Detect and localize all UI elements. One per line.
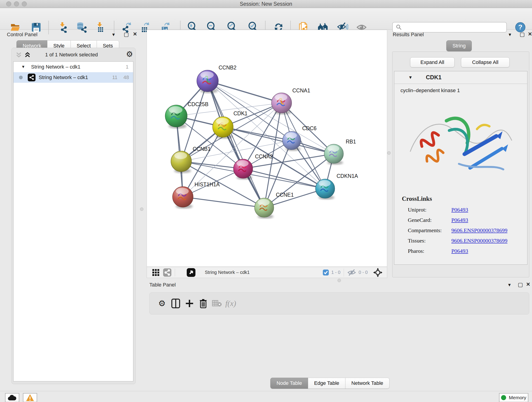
network-node-CDKN1A[interactable] xyxy=(316,179,335,200)
panel-float-icon[interactable]: ▾ xyxy=(112,32,115,38)
panel-close-icon[interactable]: ✕ xyxy=(133,31,137,37)
warning-status-button[interactable] xyxy=(23,393,37,402)
edge-HIST1H1A-CCNE1 xyxy=(183,197,264,208)
tab-edge-table[interactable]: Edge Table xyxy=(308,378,346,389)
network-name-label: String Network – cdk1 xyxy=(39,75,88,80)
network-view-canvas[interactable]: CCNB2CCNA1CDC25BCDK1CDC6RB1CCNB1CCNA2CDK… xyxy=(147,30,387,267)
panel-maximize-icon[interactable]: ▢ xyxy=(124,31,129,38)
panel-float-icon[interactable]: ▾ xyxy=(509,32,511,38)
function-builder-icon[interactable]: f(x) xyxy=(224,299,238,308)
network-status-dot xyxy=(19,76,23,79)
left-splitter-handle[interactable] xyxy=(140,207,143,211)
network-node-CDC25B[interactable] xyxy=(165,105,187,128)
protein-structure-image xyxy=(404,99,516,190)
tab-node-table[interactable]: Node Table xyxy=(270,378,308,389)
network-node-CCNB1[interactable] xyxy=(171,151,191,173)
expand-all-button[interactable]: Expand All xyxy=(410,57,455,67)
edge-CCNB2-CCNA1 xyxy=(208,81,282,103)
protein-name: CDK1 xyxy=(426,74,442,81)
crosslink-row: Tissues:9606.ENSP00000378699 xyxy=(408,238,522,244)
network-edges xyxy=(176,81,334,208)
node-label-CDC25B: CDC25B xyxy=(188,101,209,107)
window-title: Session: New Session xyxy=(0,1,532,7)
delete-column-trash-icon[interactable] xyxy=(196,299,210,308)
selected-checkbox-icon[interactable] xyxy=(323,269,329,276)
control-panel-title: Control Panel xyxy=(7,32,37,38)
crosslink-link[interactable]: P06493 xyxy=(451,217,468,223)
network-options-gear-icon[interactable]: ⚙ xyxy=(126,50,133,59)
string-network-graph: CCNB2CCNA1CDC25BCDK1CDC6RB1CCNB1CCNA2CDK… xyxy=(147,30,387,267)
crosslink-label: GeneCard: xyxy=(408,217,451,223)
warning-icon xyxy=(26,394,34,402)
table-toolbar: ⚙ f(x) xyxy=(149,293,529,314)
network-node-CDK1[interactable] xyxy=(213,117,233,139)
fit-selected-crosshair-icon[interactable] xyxy=(373,268,382,277)
network-icon-gray[interactable] xyxy=(163,268,172,277)
network-collection-label: String Network – cdk1 xyxy=(31,64,80,70)
node-label-CDK1: CDK1 xyxy=(234,110,247,116)
node-label-RB1: RB1 xyxy=(346,139,356,145)
crosslink-link[interactable]: 9606.ENSP00000378699 xyxy=(451,238,507,244)
expand-all-networks-icon[interactable] xyxy=(24,51,31,58)
control-panel: Control Panel ▾ ▢ ✕ NetworkStyleSelectSe… xyxy=(3,30,140,391)
network-selection-status: 1 of 1 Network selected xyxy=(30,52,113,58)
tab-string[interactable]: String xyxy=(446,40,472,51)
protein-card-header[interactable]: ▼ CDK1 xyxy=(394,71,527,84)
crosslink-row: GeneCard:P06493 xyxy=(408,217,522,223)
show-columns-icon[interactable] xyxy=(169,298,183,308)
results-panel-title: Results Panel xyxy=(393,32,424,38)
panel-float-icon[interactable]: ▾ xyxy=(508,282,511,288)
crosslink-link[interactable]: P06493 xyxy=(451,248,468,254)
collapse-triangle-icon[interactable]: ▼ xyxy=(408,75,413,80)
memory-status-dot xyxy=(501,395,506,400)
node-label-HIST1H1A: HIST1H1A xyxy=(195,182,220,187)
crosslink-link[interactable]: 9606.ENSP00000378699 xyxy=(451,227,507,234)
node-label-CDC6: CDC6 xyxy=(302,125,317,131)
crosslink-row: Uniprot:P06493 xyxy=(408,207,522,213)
panel-maximize-icon[interactable]: ▢ xyxy=(518,281,523,288)
crosslink-row: Compartments:9606.ENSP00000378699 xyxy=(408,227,522,234)
crosslink-label: Compartments: xyxy=(408,227,451,234)
panel-close-icon[interactable]: ✕ xyxy=(526,281,530,287)
crosslink-link[interactable]: P06493 xyxy=(451,207,468,213)
collapse-all-networks-icon[interactable] xyxy=(15,51,22,58)
create-column-icon[interactable] xyxy=(183,299,196,307)
table-options-gear-icon[interactable]: ⚙ xyxy=(155,299,169,308)
network-row-string-network-cdk1[interactable]: String Network – cdk1 11 48 xyxy=(13,72,133,83)
crosslink-label: Uniprot: xyxy=(408,207,451,213)
tab-network-table[interactable]: Network Table xyxy=(345,378,389,389)
collapse-all-button[interactable]: Collapse All xyxy=(461,57,510,67)
network-collection-row[interactable]: ▼ String Network – cdk1 1 xyxy=(13,62,133,72)
search-icon xyxy=(396,24,402,30)
results-panel: Results Panel ▾ ▢ ✕ String Expand All Co… xyxy=(390,30,532,278)
status-bar: Memory xyxy=(0,391,532,402)
edge-CCNB2-CCNE1 xyxy=(208,81,264,208)
memory-label: Memory xyxy=(509,395,526,400)
app-window: Session: New Session xyxy=(0,0,532,402)
collection-count: 1 xyxy=(126,64,128,70)
cloud-icon xyxy=(7,395,17,401)
panel-close-icon[interactable]: ✕ xyxy=(528,31,532,37)
hidden-eye-slash-icon[interactable] xyxy=(347,269,356,276)
search-input[interactable] xyxy=(404,24,506,30)
node-label-CCNB2: CCNB2 xyxy=(219,65,236,70)
node-label-CCNB1: CCNB1 xyxy=(193,146,210,152)
memory-button[interactable]: Memory xyxy=(499,393,528,402)
network-node-HIST1H1A[interactable] xyxy=(172,186,193,209)
cloud-status-button[interactable] xyxy=(5,393,19,402)
panel-maximize-icon[interactable]: ▢ xyxy=(520,31,525,38)
crosslinks-list: Uniprot:P06493GeneCard:P06493Compartment… xyxy=(408,207,522,258)
tree-expander-icon[interactable]: ▼ xyxy=(21,65,25,69)
grid-view-icon[interactable] xyxy=(152,269,160,276)
right-splitter-handle[interactable] xyxy=(387,151,391,155)
delete-table-icon[interactable] xyxy=(210,300,224,307)
network-node-CDC6[interactable] xyxy=(283,131,301,151)
current-network-name: String Network – cdk1 xyxy=(205,270,250,275)
network-node-CCNA1[interactable] xyxy=(272,93,292,114)
crosslink-label: Pharos: xyxy=(408,248,451,254)
network-node-CCNA2[interactable] xyxy=(234,159,253,180)
birds-eye-view-icon[interactable] xyxy=(186,268,196,277)
network-node-RB1[interactable] xyxy=(324,144,343,165)
network-node-CCNE1[interactable] xyxy=(254,198,274,219)
crosslinks-heading: CrossLinks xyxy=(402,195,432,202)
